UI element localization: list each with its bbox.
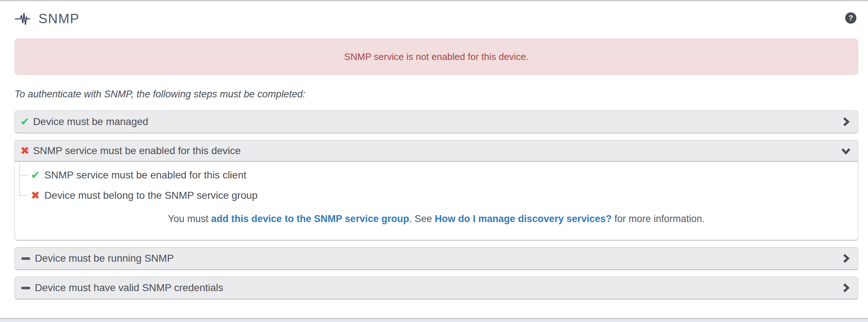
snmp-panel: SNMP ? SNMP service is not enabled for t… [0, 0, 868, 322]
help-button[interactable]: ? [845, 12, 856, 24]
cross-icon: ✖ [31, 190, 40, 201]
accordion-header[interactable]: Device must be running SNMP [15, 247, 858, 269]
accordion-body: ✔ SNMP service must be enabled for this … [15, 162, 858, 240]
subcheck-snmp-client: ✔ SNMP service must be enabled for this … [19, 168, 246, 182]
check-icon: ✔ [31, 170, 40, 181]
steps-accordion: ✔ Device must be managed ✖ SNMP service … [0, 110, 868, 299]
accordion-header[interactable]: ✔ Device must be managed [15, 111, 858, 133]
minus-dash-icon [21, 257, 30, 260]
next-section-edge [0, 319, 868, 322]
error-alert-banner: SNMP service is not enabled for this dev… [15, 39, 858, 75]
panel-header: SNMP [0, 1, 868, 27]
step-snmp-enabled-device: ✖ SNMP service must be enabled for this … [15, 140, 858, 241]
step-label: Device must be running SNMP [35, 253, 174, 264]
minus-dash-icon [21, 287, 30, 289]
step-valid-credentials: Device must have valid SNMP credentials [15, 277, 858, 299]
note-text: . See [409, 213, 435, 224]
add-device-to-service-group-link[interactable]: add this device to the SNMP service grou… [211, 213, 409, 224]
tree-branch-line [19, 195, 27, 196]
step-label: SNMP service must be enabled for this de… [33, 145, 241, 157]
subcheck-service-group: ✖ Device must belong to the SNMP service… [19, 189, 258, 202]
chevron-right-icon [841, 283, 851, 293]
chevron-down-icon [841, 146, 851, 156]
note-text: for more information. [612, 213, 705, 224]
accordion-header[interactable]: ✖ SNMP service must be enabled for this … [15, 140, 858, 162]
check-icon: ✔ [20, 116, 29, 127]
page-title: SNMP [38, 11, 79, 27]
chevron-right-icon [841, 254, 851, 263]
intro-text: To authenticate with SNMP, the following… [15, 89, 853, 100]
step-running-snmp: Device must be running SNMP [15, 247, 858, 270]
accordion-header[interactable]: Device must have valid SNMP credentials [15, 277, 858, 299]
question-mark-icon: ? [848, 14, 853, 22]
step-device-managed: ✔ Device must be managed [15, 110, 858, 133]
tree-branch-line [19, 175, 27, 176]
manage-discovery-services-link[interactable]: How do I manage discovery services? [435, 213, 612, 224]
step-label: Device must be managed [33, 116, 148, 128]
pulse-activity-icon [15, 12, 30, 26]
alert-message: SNMP service is not enabled for this dev… [344, 51, 528, 63]
subcheck-label: Device must belong to the SNMP service g… [44, 190, 258, 201]
note-text: You must [168, 213, 211, 224]
remediation-note: You must add this device to the SNMP ser… [15, 213, 858, 225]
step-label: Device must have valid SNMP credentials [35, 282, 223, 294]
subcheck-label: SNMP service must be enabled for this cl… [44, 169, 246, 181]
chevron-right-icon [841, 117, 851, 126]
cross-icon: ✖ [20, 145, 29, 156]
